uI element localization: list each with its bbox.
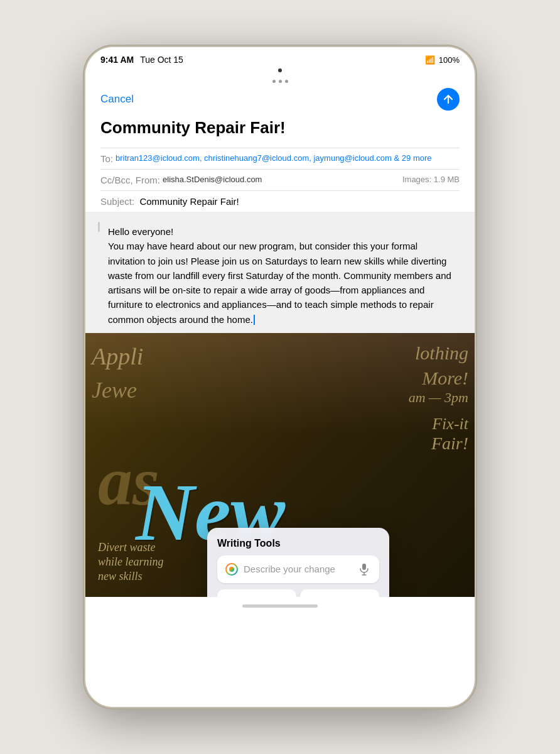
cancel-button[interactable]: Cancel bbox=[100, 93, 134, 106]
home-bar bbox=[85, 597, 475, 616]
poster-time-text: am — 3pm bbox=[409, 390, 468, 406]
ipad-device: 9:41 AM Tue Oct 15 📶 100% Cance bbox=[85, 47, 475, 707]
poster-clothing-text: lothing bbox=[415, 342, 468, 364]
email-body-wrapper: Hello everyone! You may have heard about… bbox=[85, 212, 475, 333]
poster-appliances-text: Appli bbox=[92, 342, 143, 370]
email-header: Cancel Community Repair Fair! To: britra… bbox=[85, 88, 475, 212]
tools-row-1: Proofread Rewrite bbox=[217, 589, 379, 597]
subject-label: Subject: bbox=[100, 196, 134, 207]
apple-intelligence-icon bbox=[225, 562, 239, 576]
send-icon bbox=[443, 94, 453, 104]
dot3 bbox=[285, 80, 288, 83]
email-subject-heading: Community Repair Fair! bbox=[100, 118, 460, 138]
screen: 9:41 AM Tue Oct 15 📶 100% Cance bbox=[85, 47, 475, 707]
describe-input-row[interactable]: Describe your change bbox=[217, 555, 379, 583]
writing-tools-popup: Writing Tools bbox=[207, 528, 389, 597]
camera-bar bbox=[85, 67, 475, 75]
dot2 bbox=[279, 80, 282, 83]
cc-label: Cc/Bcc, From: bbox=[100, 175, 160, 185]
mic-icon bbox=[359, 563, 369, 576]
email-body-text[interactable]: Hello everyone! You may have heard about… bbox=[90, 218, 470, 333]
battery-icon: 100% bbox=[439, 55, 460, 65]
wifi-icon: 📶 bbox=[425, 55, 435, 65]
to-value[interactable]: britran123@icloud.com, christinehuang7@i… bbox=[116, 153, 460, 164]
status-icons: 📶 100% bbox=[425, 55, 460, 65]
text-cursor bbox=[254, 315, 255, 325]
dot1 bbox=[272, 80, 276, 83]
send-button[interactable] bbox=[437, 88, 460, 111]
email-content: Cancel Community Repair Fair! To: britra… bbox=[85, 75, 475, 707]
svg-point-1 bbox=[229, 567, 234, 572]
poster-fixit: Fix-it Fair! bbox=[431, 415, 468, 454]
home-indicator bbox=[242, 604, 318, 608]
mic-button[interactable] bbox=[357, 562, 372, 577]
describe-placeholder[interactable]: Describe your change bbox=[244, 564, 352, 574]
email-to-field: To: britran123@icloud.com, christinehuan… bbox=[100, 148, 460, 169]
cc-value[interactable]: elisha.StDenis@icloud.com bbox=[163, 175, 402, 185]
subject-field: Subject: Community Repair Fair! bbox=[100, 190, 460, 212]
status-time: 9:41 AM bbox=[100, 55, 134, 65]
to-label: To: bbox=[100, 153, 113, 164]
svg-rect-2 bbox=[362, 564, 366, 570]
poster-jewel-text: Jewe bbox=[92, 377, 137, 403]
poster-image: Appli Jewe lothing More! am — 3pm bbox=[85, 333, 475, 597]
popup-title: Writing Tools bbox=[217, 538, 379, 549]
subject-value[interactable]: Community Repair Fair! bbox=[139, 196, 239, 207]
tools-grid: Proofread Rewrite bbox=[217, 589, 379, 597]
poster-more-text: More! bbox=[422, 368, 468, 389]
email-top-bar: Cancel bbox=[100, 88, 460, 111]
rewrite-icon bbox=[333, 596, 347, 597]
poster-bottom-text: Divert wastewhile learningnew skills bbox=[98, 540, 164, 584]
proofread-icon bbox=[250, 596, 264, 597]
cursor-indicator bbox=[98, 222, 100, 232]
three-dots-menu bbox=[85, 75, 475, 88]
proofread-button[interactable]: Proofread bbox=[217, 589, 296, 597]
camera-dot bbox=[278, 68, 282, 72]
rewrite-button[interactable]: Rewrite bbox=[300, 589, 379, 597]
status-date: Tue Oct 15 bbox=[140, 55, 183, 65]
status-bar: 9:41 AM Tue Oct 15 📶 100% bbox=[85, 47, 475, 67]
images-size: Images: 1.9 MB bbox=[402, 175, 460, 185]
email-cc-field: Cc/Bcc, From: elisha.StDenis@icloud.com … bbox=[100, 169, 460, 190]
